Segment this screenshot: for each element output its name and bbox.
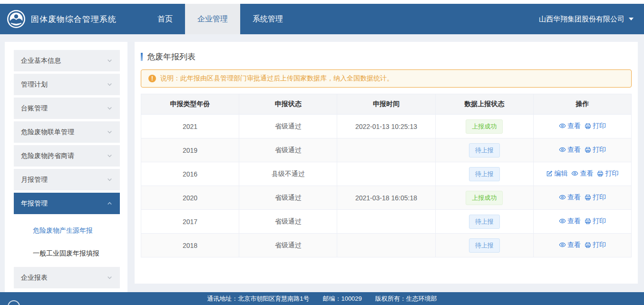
upload-status-badge[interactable]: 待上报 bbox=[469, 167, 500, 181]
print-label: 打印 bbox=[593, 193, 606, 202]
title-accent-bar bbox=[141, 53, 143, 61]
year-cell: 2020 bbox=[141, 186, 239, 210]
view-label: 查看 bbox=[567, 146, 581, 154]
sidebar-item-management-plan[interactable]: 管理计划 bbox=[14, 74, 120, 95]
table-row: 2019省级通过待上报查看打印 bbox=[141, 138, 632, 162]
view-button[interactable]: 查看 bbox=[559, 146, 581, 154]
upload-status-cell: 待上报 bbox=[435, 234, 533, 257]
sidebar-item-label: 管理计划 bbox=[21, 80, 48, 89]
view-button[interactable]: 查看 bbox=[559, 122, 581, 130]
app-title: 固体废物综合管理系统 bbox=[31, 14, 117, 25]
page-title-row: 危废年报列表 bbox=[141, 51, 632, 62]
time-cell bbox=[337, 138, 435, 162]
view-label: 查看 bbox=[567, 217, 581, 226]
footer: 通讯地址：北京市朝阳区育慧南路1号 邮编：100029 版权所有：生态环境部 bbox=[0, 292, 644, 305]
column-header: 申报类型年份 bbox=[141, 94, 239, 115]
upload-status-badge[interactable]: 待上报 bbox=[469, 215, 500, 229]
upload-status-cell: 上报成功 bbox=[435, 186, 533, 210]
sidebar-item-ledger-management[interactable]: 台账管理 bbox=[14, 98, 120, 119]
view-icon bbox=[559, 146, 567, 153]
sidebar-item-enterprise-reports[interactable]: 企业报表 bbox=[14, 267, 120, 288]
time-cell bbox=[337, 210, 435, 234]
sidebar-item-label: 危险废物联单管理 bbox=[21, 128, 74, 137]
view-icon bbox=[559, 217, 567, 225]
table-row: 2020省级通过2021-03-18 16:05:18上报成功查看打印 bbox=[141, 186, 632, 210]
year-cell: 2019 bbox=[141, 138, 239, 162]
nav-tab-home[interactable]: 首页 bbox=[145, 4, 185, 34]
sidebar-submenu: 危险废物产生源年报一般工业固废年报填报 bbox=[14, 216, 120, 267]
print-icon bbox=[585, 218, 593, 225]
annual-report-table: 申报类型年份申报状态申报时间数据上报状态操作 2021省级通过2022-01-1… bbox=[141, 94, 632, 257]
year-cell: 2016 bbox=[141, 162, 239, 186]
time-cell: 2021-03-18 16:05:18 bbox=[337, 186, 435, 210]
upload-status-badge: 上报成功 bbox=[466, 119, 503, 134]
status-cell: 县级不通过 bbox=[239, 162, 337, 186]
sidebar-subitem-general-solid-waste-annual-report[interactable]: 一般工业固废年报填报 bbox=[14, 242, 120, 265]
status-cell: 省级通过 bbox=[239, 115, 337, 138]
print-icon bbox=[585, 242, 593, 248]
sidebar-item-monthly-report[interactable]: 月报管理 bbox=[14, 169, 120, 190]
print-label: 打印 bbox=[593, 217, 606, 226]
view-button[interactable]: 查看 bbox=[559, 241, 581, 249]
print-button[interactable]: 打印 bbox=[585, 122, 606, 130]
chevron-up-icon bbox=[107, 200, 113, 207]
status-cell: 省级通过 bbox=[239, 210, 337, 234]
print-button[interactable]: 打印 bbox=[585, 217, 606, 226]
sidebar-item-label: 企业报表 bbox=[21, 274, 48, 282]
table-row: 2021省级通过2022-01-13 10:25:13上报成功查看打印 bbox=[141, 115, 632, 138]
sidebar-item-enterprise-basic-info[interactable]: 企业基本信息 bbox=[14, 50, 120, 71]
sidebar-item-hazardous-waste-cross-province[interactable]: 危险废物跨省商请 bbox=[14, 145, 120, 167]
upload-status-cell: 上报成功 bbox=[435, 115, 533, 138]
info-alert: ! 说明：此年报由区县管理部门审批通过后上传国家数据库，纳入全国数据统计。 bbox=[141, 69, 632, 88]
print-button[interactable]: 打印 bbox=[585, 193, 606, 202]
view-label: 查看 bbox=[567, 193, 581, 202]
company-dropdown[interactable]: 山西华翔集团股份有限公司 bbox=[539, 4, 644, 34]
column-header: 申报时间 bbox=[337, 94, 435, 115]
nav-tab-system[interactable]: 系统管理 bbox=[240, 4, 295, 34]
upload-status-badge[interactable]: 待上报 bbox=[469, 238, 500, 253]
sidebar-subitem-hazardous-waste-source-annual-report[interactable]: 危险废物产生源年报 bbox=[14, 219, 120, 242]
time-cell bbox=[337, 234, 435, 257]
chevron-down-icon bbox=[107, 81, 113, 88]
year-cell: 2021 bbox=[141, 115, 239, 138]
view-button[interactable]: 查看 bbox=[559, 217, 581, 226]
actions-cell: 查看打印 bbox=[533, 186, 631, 210]
view-icon bbox=[571, 170, 580, 177]
view-button[interactable]: 查看 bbox=[571, 169, 593, 178]
main-panel: 危废年报列表 ! 说明：此年报由区县管理部门审批通过后上传国家数据库，纳入全国数… bbox=[135, 42, 638, 284]
actions-cell: 查看打印 bbox=[533, 115, 631, 138]
time-cell: 2022-01-13 10:25:13 bbox=[337, 115, 435, 138]
alert-text: 说明：此年报由区县管理部门审批通过后上传国家数据库，纳入全国数据统计。 bbox=[160, 74, 393, 83]
top-navbar: 固体废物综合管理系统 首页企业管理系统管理 山西华翔集团股份有限公司 bbox=[0, 4, 644, 34]
page-title: 危废年报列表 bbox=[147, 51, 195, 62]
view-label: 查看 bbox=[567, 241, 581, 249]
nav-tab-enterprise[interactable]: 企业管理 bbox=[185, 4, 240, 34]
table-row: 2018省级通过待上报查看打印 bbox=[141, 234, 632, 257]
upload-status-badge[interactable]: 待上报 bbox=[469, 143, 500, 157]
view-button[interactable]: 查看 bbox=[559, 193, 581, 202]
print-icon bbox=[585, 194, 593, 201]
sidebar-item-hazardous-waste-manifest[interactable]: 危险废物联单管理 bbox=[14, 121, 120, 143]
print-button[interactable]: 打印 bbox=[597, 169, 618, 178]
content-region: 企业基本信息管理计划台账管理危险废物联单管理危险废物跨省商请月报管理年报管理危险… bbox=[0, 34, 644, 292]
chevron-down-icon bbox=[107, 105, 113, 111]
print-button[interactable]: 打印 bbox=[585, 146, 606, 154]
chevron-down-icon bbox=[107, 177, 113, 183]
brand: 固体废物综合管理系统 bbox=[0, 4, 117, 34]
chevron-down-icon bbox=[107, 58, 113, 64]
year-cell: 2018 bbox=[141, 234, 239, 257]
column-header: 数据上报状态 bbox=[435, 94, 533, 115]
edit-button[interactable]: 编辑 bbox=[546, 169, 567, 178]
sidebar-item-annual-report[interactable]: 年报管理 bbox=[14, 193, 120, 214]
chevron-down-icon bbox=[107, 153, 113, 159]
view-label: 查看 bbox=[580, 169, 593, 178]
print-label: 打印 bbox=[593, 241, 606, 249]
sidebar: 企业基本信息管理计划台账管理危险废物联单管理危险废物跨省商请月报管理年报管理危险… bbox=[5, 42, 127, 299]
footer-logo-icon bbox=[8, 300, 20, 305]
table-row: 2017省级通过待上报查看打印 bbox=[141, 210, 632, 234]
ministry-logo-icon bbox=[7, 10, 26, 29]
top-strip bbox=[0, 0, 644, 4]
print-button[interactable]: 打印 bbox=[585, 241, 606, 249]
column-header: 操作 bbox=[533, 94, 631, 115]
warning-circle-icon: ! bbox=[148, 75, 156, 82]
